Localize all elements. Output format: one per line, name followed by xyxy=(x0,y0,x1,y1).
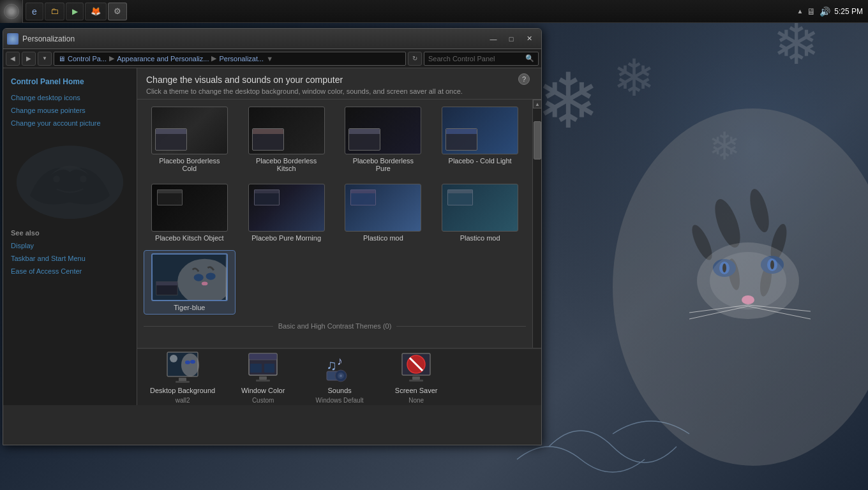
taskbar-right: ▲ 🖥 🔊 5:25 PM xyxy=(797,6,868,17)
thumb-window-1 xyxy=(155,128,187,151)
up-button[interactable]: ▼ xyxy=(38,52,52,66)
theme-thumb-5 xyxy=(151,184,228,232)
sidebar-link-taskbar[interactable]: Taskbar and Start Menu xyxy=(3,252,137,265)
forward-button[interactable]: ▶ xyxy=(22,52,36,66)
main-subtitle: Click a theme to change the desktop back… xyxy=(146,87,532,95)
thumb-window-bar-3 xyxy=(349,129,380,134)
taskbar-ie-button[interactable]: e xyxy=(26,3,43,20)
theme-item-placebo-borderless-pure[interactable]: Placebo Borderless Pure xyxy=(338,103,430,175)
theme-thumb-1 xyxy=(151,107,228,154)
info-button[interactable]: ? xyxy=(518,73,530,85)
svg-rect-34 xyxy=(156,282,177,286)
search-box[interactable]: Search Control Panel 🔍 xyxy=(424,52,539,66)
close-button[interactable]: ✕ xyxy=(521,33,537,45)
svg-point-37 xyxy=(181,353,199,376)
search-icon: 🔍 xyxy=(525,54,534,63)
taskbar-settings-button[interactable]: ⚙ xyxy=(108,3,127,20)
bottom-item-window-color[interactable]: Window Color Custom xyxy=(234,351,292,404)
theme-item-plastico-mod-1[interactable]: Plastico mod xyxy=(338,181,430,245)
address-bar: ◀ ▶ ▼ 🖥 Control Pa... ▶ Appearance and P… xyxy=(3,49,541,68)
svg-point-24 xyxy=(710,252,786,309)
taskbar-items: e 🗀 ▶ 🦊 ⚙ xyxy=(23,0,130,22)
theme-thumb-8 xyxy=(442,184,518,232)
sidebar-see-also-label: See also xyxy=(3,219,137,239)
sidebar-link-account-picture[interactable]: Change your account picture xyxy=(3,117,137,130)
svg-text:♫: ♫ xyxy=(326,357,337,373)
refresh-button[interactable]: ↻ xyxy=(408,52,422,66)
taskbar-volume-icon[interactable]: 🔊 xyxy=(819,6,830,17)
theme-item-placebo-kitsch-object[interactable]: Placebo Kitsch Object xyxy=(144,181,236,245)
path-part-2[interactable]: Appearance and Personaliz... xyxy=(117,55,209,63)
taskbar-display-icon[interactable]: 🖥 xyxy=(807,6,816,17)
svg-point-26 xyxy=(53,175,59,182)
path-sep-3: ▼ xyxy=(266,55,273,63)
sounds-icon: ♫ ♪ xyxy=(323,351,356,384)
sidebar-link-mouse-pointers[interactable]: Change mouse pointers xyxy=(3,104,137,117)
window-controls: — □ ✕ xyxy=(485,33,537,45)
svg-rect-60 xyxy=(412,376,420,380)
path-sep-2: ▶ xyxy=(211,54,216,63)
start-button[interactable] xyxy=(0,0,23,23)
sidebar-link-ease-of-access[interactable]: Ease of Access Center xyxy=(3,265,137,278)
theme-thumb-2 xyxy=(248,107,325,154)
sidebar-link-display[interactable]: Display xyxy=(3,239,137,252)
sidebar-home-link[interactable]: Control Panel Home xyxy=(3,75,137,91)
svg-point-55 xyxy=(340,375,342,377)
main-title: Change the visuals and sounds on your co… xyxy=(146,75,532,85)
thumb-mini-bar-8 xyxy=(448,190,472,193)
thumb-window-4 xyxy=(445,128,477,151)
taskbar-chevron-icon[interactable]: ▲ xyxy=(797,8,803,15)
back-button[interactable]: ◀ xyxy=(6,52,20,66)
window-color-sublabel: Custom xyxy=(252,397,274,404)
control-panel-window: Personalization — □ ✕ ◀ ▶ ▼ 🖥 Control Pa… xyxy=(3,28,542,445)
start-orb xyxy=(4,4,19,19)
maximize-button[interactable]: □ xyxy=(503,33,520,45)
sidebar-link-desktop-icons[interactable]: Change desktop icons xyxy=(3,91,137,104)
taskbar-firefox-button[interactable]: 🦊 xyxy=(85,3,107,20)
theme-item-placebo-borderless-kitsch[interactable]: Placebo Borderless Kitsch xyxy=(241,103,333,175)
main-panel: Change the visuals and sounds on your co… xyxy=(137,68,541,405)
path-part-3[interactable]: Personalizat... xyxy=(219,55,264,63)
thumb-window-2 xyxy=(252,128,284,151)
path-part-1[interactable]: Control Pa... xyxy=(68,55,107,63)
scroll-up-button[interactable]: ▲ xyxy=(533,100,541,108)
svg-rect-48 xyxy=(259,376,267,380)
sounds-label: Sounds xyxy=(327,387,351,394)
window-titlebar: Personalization — □ ✕ xyxy=(3,29,541,49)
theme-area: Placebo Borderless Cold Placebo Borderle… xyxy=(137,100,541,348)
window-body: Control Panel Home Change desktop icons … xyxy=(3,68,541,445)
scroll-thumb[interactable] xyxy=(534,121,541,160)
svg-point-27 xyxy=(80,175,86,182)
theme-item-placebo-cold-light[interactable]: Placebo - Cold Light xyxy=(434,103,526,175)
theme-label-7: Plastico mod xyxy=(363,234,403,242)
svg-text:❄: ❄ xyxy=(536,58,601,144)
screen-saver-sublabel: None xyxy=(408,397,424,404)
bottom-item-desktop-bg[interactable]: Desktop Background wall2 xyxy=(150,351,215,404)
theme-item-placebo-borderless-cold[interactable]: Placebo Borderless Cold xyxy=(144,103,236,175)
theme-item-plastico-mod-2[interactable]: Plastico mod xyxy=(434,181,526,245)
bottom-item-sounds[interactable]: ♫ ♪ Sounds Windows Default xyxy=(311,351,368,404)
thumb-mini-window-6 xyxy=(254,189,280,205)
tiger-thumb-svg xyxy=(153,255,227,300)
address-path[interactable]: 🖥 Control Pa... ▶ Appearance and Persona… xyxy=(54,52,406,66)
svg-point-30 xyxy=(194,274,204,281)
screen-saver-label: Screen Saver xyxy=(395,387,438,394)
bottom-item-screen-saver[interactable]: Screen Saver None xyxy=(387,351,445,404)
theme-label-4: Placebo - Cold Light xyxy=(449,157,512,165)
system-clock[interactable]: 5:25 PM xyxy=(834,7,863,16)
minimize-button[interactable]: — xyxy=(485,33,502,45)
thumb-window-3 xyxy=(348,128,380,151)
thumb-window-bar-2 xyxy=(253,129,283,134)
sidebar: Control Panel Home Change desktop icons … xyxy=(3,68,137,405)
theme-item-placebo-pure-morning[interactable]: Placebo Pure Morning xyxy=(241,181,333,245)
thumb-window-bar-4 xyxy=(446,129,477,134)
taskbar-folder-button[interactable]: 🗀 xyxy=(45,3,64,20)
main-header: Change the visuals and sounds on your co… xyxy=(137,68,541,100)
svg-rect-44 xyxy=(249,353,277,360)
taskbar-media-button[interactable]: ▶ xyxy=(66,3,84,20)
svg-point-38 xyxy=(185,360,190,364)
theme-label-1: Placebo Borderless Cold xyxy=(151,157,228,172)
thumb-mini-bar-7 xyxy=(351,190,375,193)
path-icon: 🖥 xyxy=(58,55,65,63)
theme-item-tiger-blue[interactable]: Tiger-blue xyxy=(144,250,236,315)
